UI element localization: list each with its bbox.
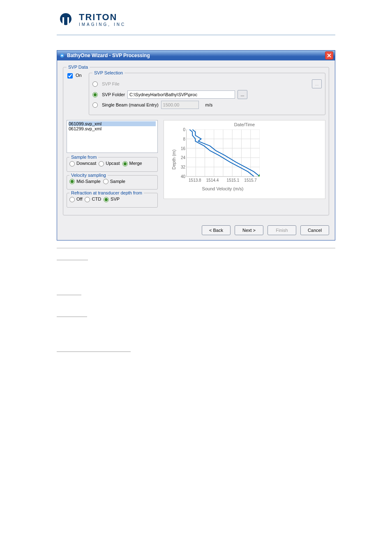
- list-item[interactable]: 061299.svp_xml: [69, 126, 156, 131]
- sample-merge[interactable]: Merge: [122, 161, 142, 166]
- svp-selection-group: SVP Selection SVP File ... SVP Folder ..…: [89, 70, 325, 115]
- wizard-window: BathyOne Wizard - SVP Processing SVP Dat…: [57, 50, 335, 240]
- vel-midsample[interactable]: Mid-Sample: [69, 179, 101, 185]
- brand-name: TRITON: [79, 13, 126, 22]
- refraction-ctd[interactable]: CTD: [85, 197, 101, 202]
- svp-folder-radio[interactable]: [92, 92, 98, 97]
- svp-folder-browse-button[interactable]: ...: [238, 90, 247, 99]
- single-beam-row: Single Beam (manual Entry) m/s: [92, 101, 322, 109]
- window-title: BathyOne Wizard - SVP Processing: [67, 53, 325, 58]
- underline-placeholder: [57, 311, 87, 317]
- underline-placeholder: [57, 254, 88, 260]
- single-beam-unit: m/s: [205, 102, 213, 107]
- brand-logo: TRITON IMAGING, INC: [57, 8, 335, 35]
- next-button[interactable]: Next >: [235, 225, 263, 235]
- chart-title: Date/Time: [166, 122, 323, 127]
- logo-mark-icon: [57, 11, 75, 29]
- sample-upcast[interactable]: Upcast: [99, 161, 120, 166]
- single-beam-label: Single Beam (manual Entry): [102, 102, 159, 107]
- titlebar: BathyOne Wizard - SVP Processing: [57, 51, 335, 60]
- svp-folder-label: SVP Folder: [102, 92, 125, 97]
- svp-data-group: SVP Data On SVP Selection SVP File ...: [63, 65, 329, 215]
- svp-folder-input[interactable]: [127, 90, 235, 99]
- chart-plot: [186, 130, 260, 177]
- finish-button: Finish: [267, 225, 296, 235]
- velocity-sampling-group: Velocity sampling Mid-Sample Sample: [67, 175, 158, 190]
- refraction-off[interactable]: Off: [69, 197, 82, 202]
- svp-chart: Date/Time Depth (m) 0816243240 1513.8151…: [164, 120, 325, 199]
- underline-placeholder: [57, 289, 81, 295]
- svp-selection-legend: SVP Selection: [92, 70, 125, 75]
- wizard-button-row: < Back Next > Finish Cancel: [63, 225, 329, 235]
- svg-point-1: [61, 55, 63, 56]
- svp-file-row: SVP File ...: [92, 79, 322, 88]
- list-item[interactable]: 061099.svp_xml: [69, 121, 156, 126]
- refraction-group: Refraction at transducer depth from Off …: [67, 193, 158, 208]
- chart-xlabel: Sound Velocity (m/s): [186, 186, 259, 191]
- back-button[interactable]: < Back: [202, 225, 231, 235]
- cancel-button[interactable]: Cancel: [300, 225, 329, 235]
- svp-on-checkbox[interactable]: [67, 73, 73, 79]
- svp-file-browse-button: ...: [312, 79, 322, 88]
- brand-sub: IMAGING, INC: [79, 23, 126, 27]
- refraction-svp[interactable]: SVP: [104, 197, 120, 202]
- svp-data-legend: SVP Data: [67, 65, 90, 69]
- app-icon: [59, 52, 65, 59]
- single-beam-value: [161, 101, 199, 109]
- chart-ylabel: Depth (m): [171, 150, 176, 170]
- underline-placeholder: [57, 346, 131, 352]
- sample-downcast[interactable]: Downcast: [69, 161, 96, 166]
- svp-file-radio[interactable]: [92, 81, 98, 87]
- svp-file-label: SVP File: [102, 81, 120, 86]
- close-button[interactable]: [325, 51, 333, 60]
- svp-folder-row: SVP Folder ...: [92, 90, 322, 99]
- vel-sample[interactable]: Sample: [103, 179, 125, 185]
- svp-file-list[interactable]: 061099.svp_xml 061299.svp_xml: [67, 120, 158, 153]
- single-beam-radio[interactable]: [92, 102, 98, 108]
- sample-from-group: Sample from Downcast Upcast Merge: [67, 157, 158, 172]
- svp-on-toggle[interactable]: On: [67, 73, 82, 79]
